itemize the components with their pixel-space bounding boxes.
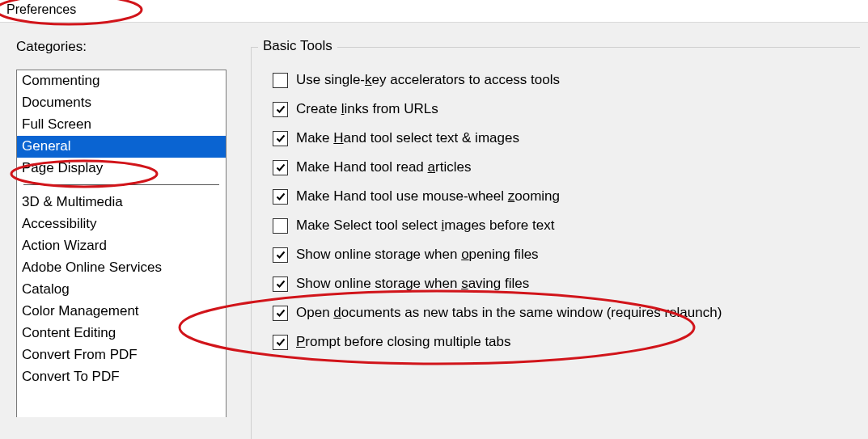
checkbox[interactable] <box>273 247 288 263</box>
category-item[interactable]: Full Screen <box>17 114 226 136</box>
option-row: Make Hand tool use mouse-wheel zooming <box>273 188 852 205</box>
option-label[interactable]: Show online storage when saving files <box>296 276 529 292</box>
option-row: Make Hand tool read articles <box>273 159 852 175</box>
option-row: Open documents as new tabs in the same w… <box>273 305 852 321</box>
checkbox[interactable] <box>273 218 288 234</box>
option-row: Prompt before closing multiple tabs <box>273 334 852 350</box>
option-row: Create links from URLs <box>273 101 852 117</box>
option-label[interactable]: Prompt before closing multiple tabs <box>296 334 511 350</box>
category-item[interactable]: Documents <box>17 92 226 114</box>
category-item[interactable]: Accessibility <box>17 213 226 235</box>
option-label[interactable]: Make Hand tool read articles <box>296 159 471 175</box>
category-item[interactable]: General <box>17 136 226 158</box>
category-item[interactable]: Action Wizard <box>17 235 226 257</box>
option-row: Show online storage when saving files <box>273 276 852 292</box>
basic-tools-group: Basic Tools Use single-key accelerators … <box>251 47 860 439</box>
categories-label: Categories: <box>16 39 227 55</box>
category-item[interactable]: Convert From PDF <box>17 344 226 366</box>
checkbox[interactable] <box>273 306 288 321</box>
category-item[interactable]: Page Display <box>17 158 226 179</box>
checkbox[interactable] <box>273 131 288 146</box>
category-item[interactable]: Convert To PDF <box>17 366 226 388</box>
checkbox[interactable] <box>273 335 288 350</box>
option-label[interactable]: Create links from URLs <box>296 101 438 117</box>
option-label[interactable]: Make Select tool select images before te… <box>296 217 554 234</box>
option-row: Make Hand tool select text & images <box>273 130 852 146</box>
option-label[interactable]: Use single-key accelerators to access to… <box>296 72 560 88</box>
category-item[interactable]: Catalog <box>17 279 226 301</box>
category-item[interactable]: 3D & Multimedia <box>17 192 226 213</box>
checkbox[interactable] <box>273 102 288 117</box>
category-item[interactable]: Color Management <box>17 301 226 323</box>
category-item[interactable]: Adobe Online Services <box>17 257 226 279</box>
option-row: Use single-key accelerators to access to… <box>273 72 852 88</box>
window-title: Preferences <box>6 2 76 16</box>
group-legend: Basic Tools <box>258 38 337 54</box>
category-item[interactable]: Commenting <box>17 70 226 92</box>
checkbox[interactable] <box>273 160 288 175</box>
option-label[interactable]: Make Hand tool use mouse-wheel zooming <box>296 188 560 205</box>
list-separator <box>23 184 219 185</box>
category-item[interactable]: Content Editing <box>17 323 226 344</box>
option-label[interactable]: Show online storage when opening files <box>296 247 539 263</box>
categories-listbox[interactable]: CommentingDocumentsFull ScreenGeneralPag… <box>16 70 227 417</box>
checkbox[interactable] <box>273 189 288 205</box>
checkbox[interactable] <box>273 276 288 292</box>
option-label[interactable]: Make Hand tool select text & images <box>296 130 519 146</box>
option-row: Make Select tool select images before te… <box>273 217 852 234</box>
checkbox[interactable] <box>273 73 288 88</box>
option-row: Show online storage when opening files <box>273 247 852 263</box>
option-label[interactable]: Open documents as new tabs in the same w… <box>296 305 722 321</box>
